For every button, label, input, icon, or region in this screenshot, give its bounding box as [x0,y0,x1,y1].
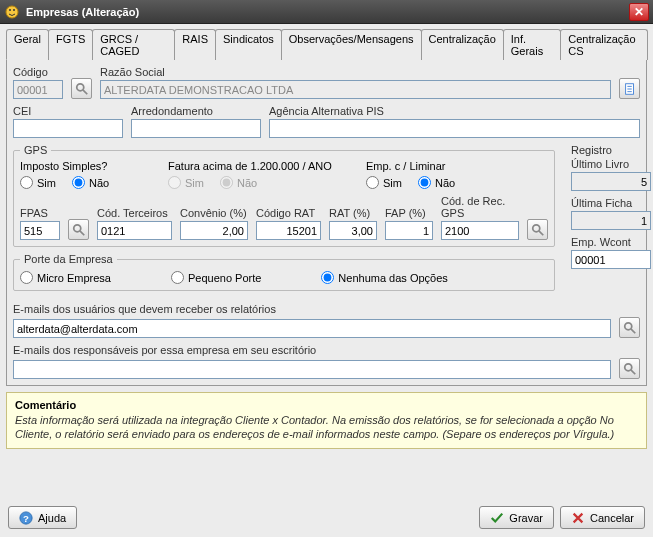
radio-imposto-nao[interactable]: Não [72,176,109,189]
gps-group: GPS Imposto Simples? Sim Não Fatura acim… [13,144,555,247]
radio-liminar-nao[interactable]: Não [418,176,455,189]
label-cod-terceiros: Cód. Terceiros [97,207,172,219]
arredondamento-input[interactable] [131,119,261,138]
svg-line-4 [82,89,86,93]
emp-wcont-input[interactable] [571,250,651,269]
label-emp-wcont: Emp. Wcont [571,236,651,248]
comment-title: Comentário [15,399,638,411]
svg-line-14 [630,328,634,332]
razao-doc-button[interactable] [619,78,640,99]
cei-input[interactable] [13,119,123,138]
fap-input[interactable] [385,221,433,240]
titlebar: Empresas (Alteração) ✕ [0,0,653,24]
tab-grcs-caged[interactable]: GRCS / CAGED [92,29,175,60]
svg-point-2 [13,9,15,11]
cancel-icon [571,511,585,525]
svg-point-9 [73,224,80,231]
tab-centralizacao-cs[interactable]: Centralização CS [560,29,648,60]
svg-point-1 [9,9,11,11]
comment-panel: Comentário Esta informação será utilizad… [6,392,647,449]
svg-text:?: ? [23,512,29,523]
tab-geral[interactable]: Geral [6,29,49,60]
radio-fatura-nao: Não [220,176,257,189]
svg-point-11 [532,224,539,231]
radio-fatura-sim: Sim [168,176,204,189]
emails-responsaveis-input[interactable] [13,360,611,379]
ultima-ficha [571,211,651,230]
check-icon [490,511,504,525]
svg-point-3 [76,83,83,90]
fpas-lookup-button[interactable] [68,219,89,240]
svg-point-15 [624,363,631,370]
ajuda-button[interactable]: ? Ajuda [8,506,77,529]
registro-ultimo-livro [571,172,651,191]
tab-fgts[interactable]: FGTS [48,29,93,60]
svg-line-10 [79,230,83,234]
codigo-lookup-button[interactable] [71,78,92,99]
gps-legend: GPS [20,144,51,156]
label-cod-rec-gps: Cód. de Rec. GPS [441,195,519,219]
cod-terceiros-input[interactable] [97,221,172,240]
radio-porte-micro[interactable]: Micro Empresa [20,271,111,284]
radio-liminar-sim[interactable]: Sim [366,176,402,189]
tab-inf-gerais[interactable]: Inf. Gerais [503,29,562,60]
label-codigo: Código [13,66,63,78]
gravar-button[interactable]: Gravar [479,506,554,529]
codigo-rat-input[interactable] [256,221,321,240]
radio-porte-pequeno[interactable]: Pequeno Porte [171,271,261,284]
label-ultimo-livro: Último Livro [571,158,651,170]
cod-rec-lookup-button[interactable] [527,219,548,240]
label-cei: CEI [13,105,123,117]
cancelar-button[interactable]: Cancelar [560,506,645,529]
label-arredondamento: Arredondamento [131,105,261,117]
label-fap: FAP (%) [385,207,433,219]
emails-usuarios-input[interactable] [13,319,611,338]
razao-social-input[interactable] [100,80,611,99]
tab-bar: Geral FGTS GRCS / CAGED RAIS Sindicatos … [6,28,647,60]
agencia-pis-input[interactable] [269,119,640,138]
emails-usuarios-lookup[interactable] [619,317,640,338]
label-liminar: Emp. c / Liminar [366,160,496,172]
label-convenio: Convênio (%) [180,207,248,219]
tabpage-geral: Código Razão Social CEI Arredondamento [6,60,647,386]
comment-text: Esta informação será utilizada na integr… [15,413,638,442]
tab-centralizacao[interactable]: Centralização [421,29,504,60]
porte-legend: Porte da Empresa [20,253,117,265]
rat-input[interactable] [329,221,377,240]
svg-point-0 [6,6,18,18]
svg-point-13 [624,322,631,329]
tab-rais[interactable]: RAIS [174,29,216,60]
codigo-input[interactable] [13,80,63,99]
label-imposto-simples: Imposto Simples? [20,160,160,172]
label-agencia-pis: Agência Alternativa PIS [269,105,640,117]
convenio-input[interactable] [180,221,248,240]
label-rat: RAT (%) [329,207,377,219]
close-button[interactable]: ✕ [629,3,649,21]
label-registro: Registro [571,144,651,156]
tab-observacoes[interactable]: Observações/Mensagens [281,29,422,60]
label-codigo-rat: Código RAT [256,207,321,219]
fpas-input[interactable] [20,221,60,240]
label-fpas: FPAS [20,207,60,219]
svg-line-16 [630,369,634,373]
label-razao: Razão Social [100,66,611,78]
radio-imposto-sim[interactable]: Sim [20,176,56,189]
emails-responsaveis-lookup[interactable] [619,358,640,379]
porte-group: Porte da Empresa Micro Empresa Pequeno P… [13,253,555,291]
app-icon [4,4,20,20]
label-emails-usuarios: E-mails dos usuários que devem receber o… [13,303,640,315]
footer: ? Ajuda Gravar Cancelar [6,500,647,531]
cod-rec-gps-input[interactable] [441,221,519,240]
label-emails-responsaveis: E-mails dos responsáveis por essa empres… [13,344,640,356]
svg-line-12 [538,230,542,234]
window-title: Empresas (Alteração) [26,6,629,18]
label-ultima-ficha: Última Ficha [571,197,651,209]
radio-porte-nenhuma[interactable]: Nenhuma das Opções [321,271,447,284]
tab-sindicatos[interactable]: Sindicatos [215,29,282,60]
label-fatura: Fatura acima de 1.200.000 / ANO [168,160,358,172]
help-icon: ? [19,511,33,525]
